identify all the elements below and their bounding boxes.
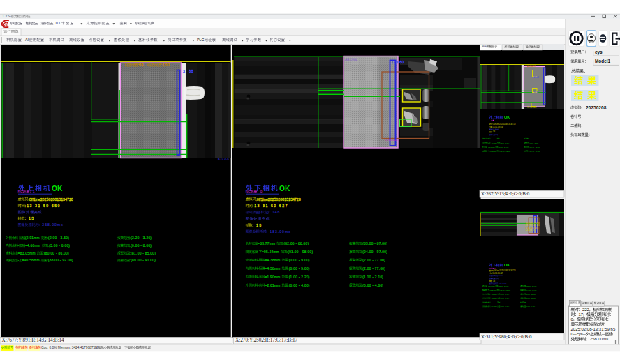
svg-text:NG: NG — [246, 190, 251, 194]
svg-text:: 13: : 13 — [252, 223, 262, 227]
svg-text:NG: NG — [489, 268, 492, 270]
svg-text:=90.56mm: =90.56mm — [489, 151, 497, 152]
svg-text:-: - — [258, 259, 259, 262]
svg-text::(82.00 - 88.00): :(82.00 - 88.00) — [283, 242, 309, 245]
svg-text::13-31-59-650: :13-31-59-650 — [492, 126, 504, 128]
svg-text::(89.00 - 91.00): :(89.00 - 91.00) — [529, 151, 540, 152]
svg-text:123.80 17.2: 123.80 17.2 — [526, 229, 537, 232]
svg-text:NG: NG — [18, 190, 24, 194]
svg-text:): 146: ): 146 — [267, 210, 280, 214]
svg-text::(2.00 - 77.00): :(2.00 - 77.00) — [362, 259, 386, 262]
svg-text::(0.00 - 9.00): :(0.00 - 9.00) — [500, 294, 509, 295]
svg-text:TL:WL:2.05: TL:WL:2.05 — [385, 139, 398, 142]
svg-text:NG: NG — [489, 120, 492, 122]
svg-text:=4.38mm: =4.38mm — [265, 259, 281, 262]
svg-text:=1.90mm: =1.90mm — [265, 275, 281, 279]
svg-text:=83.77mm: =83.77mm — [487, 285, 496, 287]
svg-text::(0.60 - 4.00): :(0.60 - 4.00) — [500, 305, 509, 307]
svg-text:90.56 84.9: 90.56 84.9 — [527, 106, 537, 109]
svg-text::(88.00 - 92.00): :(88.00 - 92.00) — [47, 259, 73, 262]
svg-text::13-31-59-650: :13-31-59-650 — [24, 204, 60, 208]
svg-text:1: 1 — [33, 190, 35, 194]
svg-text::(93.00 - 98.00): :(93.00 - 98.00) — [287, 250, 313, 254]
svg-text:OK: OK — [504, 115, 510, 119]
svg-text::(0.00 - 8.00): :(0.00 - 8.00) — [130, 244, 152, 248]
svg-text:=2.61mm: =2.61mm — [265, 284, 281, 287]
svg-text::(3.00 - 6.00): :(3.00 - 6.00) — [500, 142, 509, 144]
svg-text:=95.24mm: =95.24mm — [489, 289, 497, 291]
svg-text:: 13: : 13 — [492, 130, 496, 133]
svg-text::(83.00 - 87.00): :(83.00 - 87.00) — [362, 242, 388, 245]
svg-text::(2.00 - 3.50): :(2.00 - 3.50) — [499, 138, 508, 139]
svg-text:222: 222 — [582, 308, 590, 312]
svg-text:AI: AI — [25, 38, 29, 42]
svg-text:=90.56mm: =90.56mm — [22, 259, 41, 262]
svg-text:-: - — [18, 244, 20, 248]
svg-text::(2.00 - 77.00): :(2.00 - 77.00) — [526, 298, 536, 299]
svg-text::(80.00 - 86.00): :(80.00 - 86.00) — [43, 252, 69, 255]
svg-text::(2.00 - 3.50): :(2.00 - 3.50) — [47, 236, 69, 240]
svg-text:=4.38mm: =4.38mm — [490, 298, 497, 299]
svg-text:): 146: ): 146 — [498, 275, 503, 277]
svg-text:123.80: 123.80 — [392, 60, 404, 64]
svg-text:-: - — [258, 284, 259, 287]
svg-text::0ff1ine2025020813134728: :0ff1ine2025020813134728 — [494, 123, 516, 126]
svg-text::(1.10 - 2.10): :(1.10 - 2.10) — [526, 302, 535, 303]
svg-text::(93.00 - 98.00): :(93.00 - 98.00) — [499, 289, 510, 291]
svg-text:IO: IO — [56, 21, 61, 25]
svg-text:12.62: 12.62 — [534, 91, 540, 93]
svg-text::(81.00 - 85.00): :(81.00 - 85.00) — [529, 146, 540, 148]
svg-text:=1.90mm: =1.90mm — [490, 302, 497, 303]
svg-text:(2.91mm: (2.91mm — [490, 138, 497, 139]
svg-text::(82.00 - 88.00): :(82.00 - 88.00) — [498, 285, 509, 287]
svg-text:=4.60mm: =4.60mm — [25, 244, 42, 248]
svg-text::(1.10 - 2.10): :(1.10 - 2.10) — [362, 275, 384, 279]
svg-text:: 13: : 13 — [24, 216, 34, 220]
svg-text:=4.38mm: =4.38mm — [490, 294, 497, 295]
svg-text:OK: OK — [279, 185, 290, 192]
svg-text::93: :93 — [138, 63, 144, 67]
svg-text::(2.20 - 3.20): :(2.20 - 3.20) — [529, 138, 538, 139]
svg-text:=95.24mm: =95.24mm — [262, 250, 281, 254]
svg-text::(0.60 - 4.00): :(0.60 - 4.00) — [288, 284, 310, 287]
svg-text:258.00ms: 258.00ms — [590, 337, 608, 341]
svg-text::(81.00 - 85.00): :(81.00 - 85.00) — [130, 252, 156, 255]
svg-text:=2.61mm: =2.61mm — [490, 305, 497, 307]
svg-text:B:14 G:9: B:14 G:9 — [218, 158, 230, 161]
svg-text:=4.60mm: =4.60mm — [490, 142, 497, 144]
svg-text:: 258.00ms: : 258.00ms — [39, 222, 64, 227]
svg-text::(0.00 - 9.00): :(0.00 - 9.00) — [288, 267, 310, 271]
svg-text:=83.05mm: =83.05mm — [487, 146, 496, 148]
svg-text:X:311;Y:980;R:0;G:0;B:0: X:311;Y:980;R:0;G:0;B:0 — [481, 334, 532, 340]
svg-text:=83.05mm: =83.05mm — [18, 252, 37, 255]
svg-text::(0.00 - 9.00): :(0.00 - 9.00) — [288, 259, 310, 262]
svg-text::(2.00 - 77.00): :(2.00 - 77.00) — [362, 267, 386, 271]
svg-text:X:7677;Y:891;R:14;G:14;B:14: X:7677;Y:891;R:14;G:14;B:14 — [2, 338, 65, 343]
svg-text:-: - — [258, 267, 259, 271]
svg-text::13-31-59-627: :13-31-59-627 — [252, 204, 288, 208]
svg-text::0ff1ine2025020813134728: :0ff1ine2025020813134728 — [256, 197, 300, 202]
svg-text::(94.00 - 97.00): :(94.00 - 97.00) — [526, 289, 537, 291]
svg-text:OK: OK — [504, 263, 510, 267]
svg-text::(1.00 - 2.20): :(1.00 - 2.20) — [288, 275, 310, 279]
svg-text::(0.00 - 8.00): :(0.00 - 8.00) — [529, 142, 538, 144]
svg-text::(0.60 - 4.00): :(0.60 - 4.00) — [362, 284, 384, 287]
svg-text::(3.00 - 6.00): :(3.00 - 6.00) — [48, 244, 71, 248]
svg-text::(0.60 - 4.00): :(0.60 - 4.00) — [526, 305, 535, 307]
svg-text:: 258.00ms: : 258.00ms — [498, 134, 507, 136]
svg-text::(2.00 - 77.00): :(2.00 - 77.00) — [526, 294, 536, 295]
svg-text:-: - — [258, 250, 259, 254]
svg-text:: 183.00ms: : 183.00ms — [267, 229, 291, 234]
svg-text:AI: AI — [345, 57, 348, 61]
svg-text::(88.00 - 92.00): :(88.00 - 92.00) — [499, 151, 510, 152]
svg-text::13-31-59-627: :13-31-59-627 — [492, 272, 504, 275]
svg-text:PLC: PLC — [197, 38, 204, 42]
svg-text::(80.00 - 86.00): :(80.00 - 86.00) — [498, 146, 509, 148]
svg-text:X:270;Y:2502;R:17;G:17;B:17: X:270;Y:2502;R:17;G:17;B:17 — [235, 338, 298, 343]
svg-text::(94.00 - 97.00): :(94.00 - 97.00) — [362, 250, 388, 254]
svg-text:-: - — [18, 236, 20, 240]
svg-text:cys: cys — [595, 50, 603, 55]
svg-text::93: :93 — [533, 65, 536, 68]
svg-text:-: - — [18, 259, 20, 262]
svg-text:Model1: Model1 — [595, 59, 610, 63]
